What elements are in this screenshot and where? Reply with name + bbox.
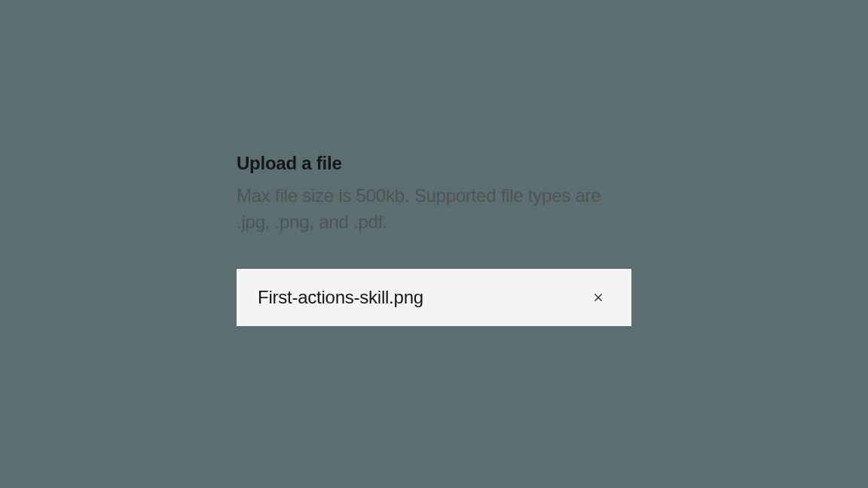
close-icon [591,290,606,305]
remove-file-button[interactable] [585,284,612,311]
file-name: First-actions-skill.png [258,287,423,308]
file-upload-container: Upload a file Max file size is 500kb. Su… [237,153,631,326]
upload-description: Max file size is 500kb. Supported file t… [237,183,631,236]
upload-title: Upload a file [237,153,631,174]
uploaded-file-chip: First-actions-skill.png [237,269,631,326]
svg-marker-0 [594,294,602,301]
